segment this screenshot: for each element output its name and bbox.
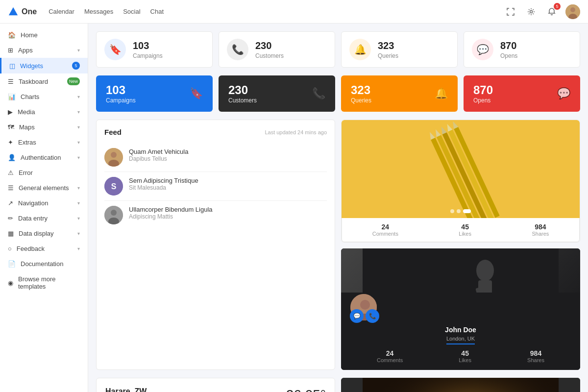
sidebar-item-feedback[interactable]: ○ Feedback ▾ [0,241,88,256]
carousel-stats: 24 Comments 45 Likes 984 Shares [342,218,580,242]
fullscreen-button[interactable] [504,5,517,19]
user-avatar[interactable] [565,4,580,19]
error-icon: ⚠ [8,169,14,176]
brand-triangle-icon [8,6,19,17]
profile-stat-shares: 984 Shares [527,349,544,363]
charts-arrow-icon: ▾ [77,94,80,99]
settings-button[interactable] [524,5,538,19]
carousel-shares-number: 984 [532,223,549,231]
profile-shares-label: Shares [527,357,544,363]
feed-item-1: Quam Amet Vehicula Dapibus Tellus [104,143,327,172]
profile-stat-comments: 24 Comments [377,349,403,363]
colored-opens-icon: 💬 [557,87,570,100]
stat-opens: 💬 870 Opens [464,31,580,68]
nav-social[interactable]: Social [123,6,140,17]
sidebar-item-documentation[interactable]: 📄 Documentation [0,256,88,271]
weather-location: Harare, ZW [105,387,151,392]
profile-likes-label: Likes [459,357,471,363]
sidebar-item-navigation[interactable]: ↗ Navigation ▾ [0,196,88,211]
general-arrow-icon: ▾ [77,185,80,191]
opens-label: Opens [500,52,517,59]
campaigns-number: 103 [133,40,163,51]
colored-opens[interactable]: 870 Opens 💬 [464,75,580,112]
article-image: Shrimp and Chorizo Paella Yesterday [341,378,580,392]
sidebar-item-dataentry[interactable]: ✏ Data entry ▾ [0,211,88,226]
pencil-image [342,120,580,218]
svg-text:S: S [111,182,117,191]
colored-customers-icon: 📞 [312,87,325,100]
dot-3[interactable] [463,209,471,213]
feed-avatar-2: S [104,177,123,196]
profile-stat-likes: 45 Likes [459,349,471,363]
colored-queries[interactable]: 323 Queries 🔔 [341,75,458,112]
colored-campaigns[interactable]: 103 Campaigns 🔖 [96,75,213,112]
datadisplay-icon: ▦ [8,230,14,237]
sidebar-item-apps[interactable]: ⊞ Apps ▾ [0,43,88,58]
nav-messages[interactable]: Messages [84,6,113,17]
nav-chat[interactable]: Chat [150,6,164,17]
colored-customers[interactable]: 230 Customers 📞 [219,75,335,112]
weather-top: Harare, ZW August 31st 2019 Clear sky 26… [105,387,326,392]
svg-point-1 [530,10,533,13]
brand-logo[interactable]: One [8,6,37,17]
feedback-arrow-icon: ▾ [77,246,80,251]
sidebar-item-home[interactable]: 🏠 Home [0,27,88,43]
sidebar-item-media[interactable]: ▶ Media ▾ [0,104,88,120]
dot-1[interactable] [450,209,454,213]
carousel-stat-shares: 984 Shares [532,223,549,237]
colored-queries-left: 323 Queries [351,83,371,104]
profile-avatar-wrap: 💬 📞 [349,293,378,322]
sidebar-label-maps: Maps [19,123,35,131]
sidebar-label-dataentry: Data entry [18,215,48,222]
feed-updated: Last updated 24 mins ago [265,129,327,135]
main-content: 🔖 103 Campaigns 📞 230 Customers 🔔 [88,24,588,392]
apps-arrow-icon: ▾ [77,48,80,53]
queries-label: Queries [378,52,398,59]
stat-campaigns: 🔖 103 Campaigns [96,31,213,68]
dot-2[interactable] [457,209,461,213]
campaigns-stat-info: 103 Campaigns [133,40,163,59]
maps-icon: 🗺 [8,123,14,131]
profile-likes-number: 45 [459,349,471,357]
feed-item-3: Ullamcorper Bibendum Ligula Adipiscing M… [104,201,327,229]
sidebar-item-authentication[interactable]: 👤 Authentication ▾ [0,150,88,165]
profile-call-button[interactable]: 📞 [366,309,379,323]
colored-customers-left: 230 Customers [228,83,257,104]
sidebar-item-datadisplay[interactable]: ▦ Data display ▾ [0,226,88,241]
nav-calendar[interactable]: Calendar [49,6,74,17]
notifications-button[interactable]: 5 [545,5,559,19]
queries-stat-info: 323 Queries [378,40,398,59]
sidebar-item-error[interactable]: ⚠ Error [0,165,88,180]
apps-icon: ⊞ [8,47,13,54]
sidebar-item-taskboard[interactable]: ☰ Taskboard New [0,74,88,89]
sidebar-label-datadisplay: Data display [19,230,54,237]
campaigns-stat-icon: 🔖 [104,39,126,60]
colored-queries-icon: 🔔 [435,87,448,100]
carousel-stat-likes: 45 Likes [459,223,471,237]
sidebar-item-charts[interactable]: 📊 Charts ▾ [0,89,88,104]
svg-rect-33 [363,378,559,392]
svg-point-25 [476,260,494,281]
taskboard-badge: New [67,77,80,85]
colored-queries-number: 323 [351,83,371,97]
sidebar-item-browse[interactable]: ◉ Browse more templates [0,271,88,294]
profile-message-button[interactable]: 💬 [350,309,364,323]
sidebar-label-general: General elements [19,184,69,192]
top-right-actions: 5 [504,4,580,19]
sidebar-item-maps[interactable]: 🗺 Maps ▾ [0,120,88,135]
sidebar-item-extras[interactable]: ✦ Extras ▾ [0,135,88,150]
profile-shares-number: 984 [527,349,544,357]
feed-text-2: Sem Adipiscing Tristique Sit Malesuada [129,177,198,191]
carousel-shares-label: Shares [532,231,549,237]
sidebar-item-general[interactable]: ☰ General elements ▾ [0,180,88,196]
carousel-dots [450,209,471,213]
sidebar-item-widgets[interactable]: ◫ Widgets 5 [0,58,88,74]
sidebar-label-error: Error [19,169,33,176]
svg-point-3 [570,7,575,12]
colored-opens-label: Opens [473,97,493,104]
feedback-icon: ○ [8,245,12,252]
sidebar-label-browse: Browse more templates [18,275,80,290]
sidebar-label-nav: Navigation [18,199,48,207]
auth-arrow-icon: ▾ [77,155,80,160]
media-icon: ▶ [8,108,13,116]
